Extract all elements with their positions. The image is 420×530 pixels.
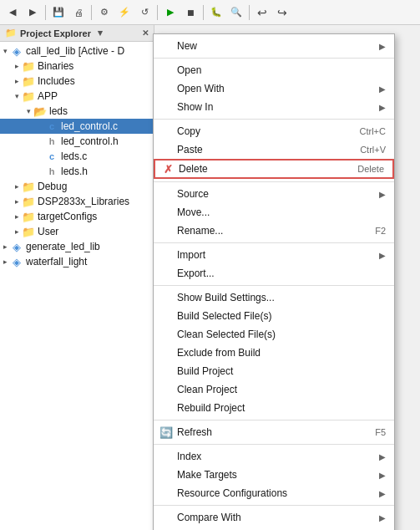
menu-item-copy[interactable]: CopyCtrl+C [154, 122, 394, 140]
tree-item-label: Debug [38, 181, 67, 192]
menu-item-label: Rename... [177, 225, 223, 237]
panel-menu-icon[interactable]: ▾ [98, 28, 103, 38]
toolbar-btn-print[interactable]: 🖨 [69, 3, 88, 22]
menu-item-clean_selected[interactable]: Clean Selected File(s) [154, 325, 394, 344]
menu-separator [154, 285, 394, 286]
tree-item-dsp2833x[interactable]: 📁DSP2833x_Libraries [0, 194, 154, 209]
main-area: 📁 Project Explorer ▾ ✕ ◈call_led_lib [Ac… [0, 25, 420, 530]
tree-arrow [12, 182, 22, 191]
toolbar-btn-back[interactable]: ◀ [3, 3, 22, 22]
tree-arrow [0, 242, 10, 251]
menu-item-label: Open With [177, 83, 225, 94]
toolbar-btn-undo[interactable]: ↩ [253, 3, 271, 22]
menu-item-label: Open [177, 64, 201, 76]
tree-item-icon-c-file: c [45, 150, 58, 163]
menu-item-rename[interactable]: Rename...F2 [154, 222, 394, 240]
folder-icon: 📁 [5, 28, 17, 38]
toolbar: ◀ ▶ 💾 🖨 ⚙ ⚡ ↺ ▶ ⏹ 🐛 🔍 ↩ ↪ [0, 0, 420, 25]
toolbar-btn-settings[interactable]: ⚙ [95, 3, 114, 22]
tree-arrow [23, 107, 33, 115]
tree-item-targetconfigs[interactable]: 📁targetConfigs [0, 209, 154, 224]
menu-item-move[interactable]: Move... [154, 203, 394, 222]
menu-item-build_selected[interactable]: Build Selected File(s) [154, 307, 394, 325]
menu-item-rebuild_project[interactable]: Rebuild Project [154, 399, 394, 417]
menu-separator [154, 181, 394, 182]
menu-item-show_build[interactable]: Show Build Settings... [154, 288, 394, 307]
tree-item-binaries[interactable]: 📁Binaries [0, 59, 154, 74]
submenu-arrow-icon: ▶ [379, 452, 386, 461]
menu-item-label: Move... [177, 206, 210, 218]
tree-item-waterfall_light[interactable]: ◈waterfall_light [0, 254, 154, 269]
menu-item-label: Clean Project [177, 384, 237, 395]
toolbar-btn-search[interactable]: 🔍 [227, 3, 245, 22]
tree-item-label: targetConfigs [38, 211, 97, 222]
menu-item-refresh[interactable]: 🔄RefreshF5 [154, 423, 394, 441]
menu-item-label: Export... [177, 268, 215, 279]
context-menu: New▶OpenOpen With▶Show In▶CopyCtrl+CPast… [153, 33, 395, 530]
tree-item-leds_h[interactable]: hleds.h [0, 164, 154, 179]
menu-item-source[interactable]: Source▶ [154, 185, 394, 203]
menu-item-label: Rebuild Project [177, 402, 245, 414]
menu-item-shortcut: F5 [375, 427, 386, 437]
tree-item-label: led_control.h [61, 135, 119, 147]
tree-item-debug[interactable]: 📁Debug [0, 179, 154, 194]
menu-item-export[interactable]: Export... [154, 264, 394, 283]
menu-item-open[interactable]: Open [154, 61, 394, 79]
tree-item-label: DSP2833x_Libraries [38, 196, 129, 207]
panel-header: 📁 Project Explorer ▾ ✕ [0, 25, 154, 42]
menu-separator [154, 505, 394, 506]
tree-item-icon-folder: 📁 [22, 89, 35, 103]
menu-separator [154, 58, 394, 59]
tree-item-leds_c[interactable]: cleds.c [0, 149, 154, 164]
menu-item-show_in[interactable]: Show In▶ [154, 98, 394, 116]
tree-item-icon-project: ◈ [10, 255, 23, 268]
tree-item-label: Includes [38, 75, 75, 87]
menu-item-exclude_build[interactable]: Exclude from Build [154, 344, 394, 362]
tree-arrow [0, 47, 10, 55]
toolbar-btn-redo[interactable]: ↪ [273, 3, 291, 22]
tree-item-icon-folder: 📁 [22, 225, 35, 238]
tree-item-generate_led_lib[interactable]: ◈generate_led_lib [0, 239, 154, 254]
toolbar-btn-stop[interactable]: ⏹ [181, 3, 200, 22]
menu-item-label: Index [177, 451, 201, 462]
panel-close-button[interactable]: ✕ [142, 28, 149, 38]
menu-item-delete[interactable]: ✗DeleteDelete [154, 159, 394, 179]
menu-item-label: Exclude from Build [177, 347, 261, 359]
menu-item-label: Resource Configurations [177, 487, 287, 499]
toolbar-sep-3 [157, 5, 158, 20]
tree-item-includes[interactable]: 📁Includes [0, 74, 154, 89]
toolbar-btn-run[interactable]: ▶ [161, 3, 180, 22]
menu-item-make_targets[interactable]: Make Targets▶ [154, 466, 394, 484]
menu-item-clean_project[interactable]: Clean Project [154, 380, 394, 399]
menu-item-replace_with[interactable]: Replace With▶ [154, 527, 394, 530]
tree-item-call_led_lib[interactable]: ◈call_led_lib [Active - D [0, 43, 154, 59]
tree-item-label: leds [49, 105, 68, 117]
menu-item-paste[interactable]: PasteCtrl+V [154, 140, 394, 159]
toolbar-btn-bug[interactable]: 🐛 [207, 3, 225, 22]
menu-item-index[interactable]: Index▶ [154, 447, 394, 466]
menu-item-import[interactable]: Import▶ [154, 246, 394, 264]
menu-item-resource_configs[interactable]: Resource Configurations▶ [154, 484, 394, 502]
menu-item-new[interactable]: New▶ [154, 37, 394, 55]
menu-item-build_project[interactable]: Build Project [154, 362, 394, 380]
tree-item-app[interactable]: 📁APP [0, 89, 154, 104]
tree-item-led_control_h[interactable]: hled_control.h [0, 134, 154, 149]
toolbar-btn-refresh[interactable]: ↺ [135, 3, 154, 22]
toolbar-btn-flash[interactable]: ⚡ [115, 3, 134, 22]
toolbar-btn-fwd[interactable]: ▶ [23, 3, 42, 22]
menu-item-compare_with[interactable]: Compare With▶ [154, 508, 394, 527]
tree-item-led_control_c[interactable]: cled_control.c [0, 119, 154, 134]
tree-item-icon-c-file: c [45, 120, 58, 133]
delete-icon: ✗ [160, 163, 175, 176]
tree-item-icon-h-file: h [45, 135, 58, 148]
tree-item-label: waterfall_light [26, 256, 87, 268]
tree-item-icon-folder: 📁 [22, 180, 35, 193]
tree-item-label: User [38, 226, 58, 237]
menu-item-shortcut: Delete [357, 164, 384, 174]
menu-item-open_with[interactable]: Open With▶ [154, 79, 394, 98]
tree-item-icon-folder: 📁 [22, 59, 35, 73]
menu-item-label: Paste [177, 144, 203, 155]
toolbar-btn-save[interactable]: 💾 [49, 3, 68, 22]
tree-item-user[interactable]: 📁User [0, 224, 154, 239]
tree-item-leds[interactable]: 📂leds [0, 104, 154, 119]
